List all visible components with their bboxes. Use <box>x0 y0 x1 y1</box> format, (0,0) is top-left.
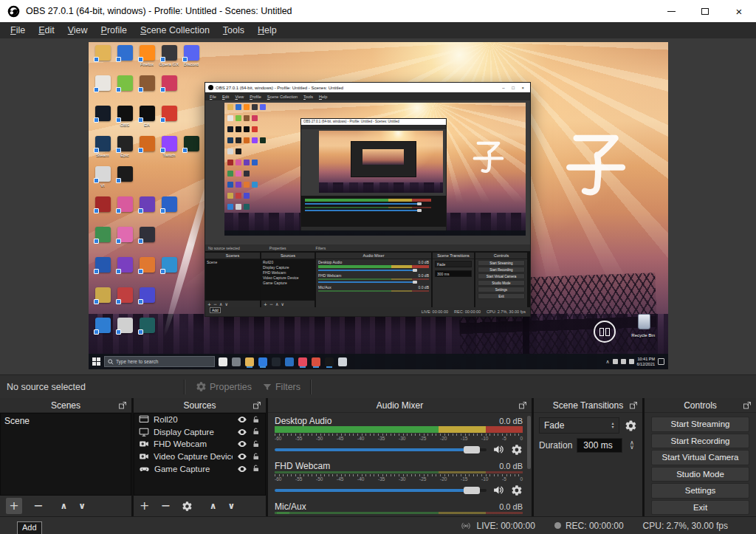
desktop-icon-tile <box>117 227 133 242</box>
meter-tick-label: -45 <box>337 436 343 442</box>
shortcut-badge <box>116 148 121 153</box>
duration-spinbox[interactable]: 300 ms <box>577 438 622 453</box>
preview-canvas[interactable]: Recycle Bin <box>0 38 756 374</box>
source-row[interactable]: Roll20 <box>134 414 265 426</box>
menu-item[interactable]: Scene Collection <box>134 24 216 37</box>
control-button[interactable]: Start Virtual Camera <box>651 450 749 465</box>
shortcut-badge <box>116 57 121 62</box>
scenes-dock-header[interactable]: Scenes <box>0 398 131 413</box>
camera-icon <box>139 451 149 462</box>
desktop-icon <box>114 75 136 106</box>
nested-mixer-dock: Audio Mixer Desktop Audio0.0 dB FHD Webc… <box>316 253 431 307</box>
eye-visible-icon[interactable] <box>237 439 247 449</box>
desktop-icon <box>136 318 158 348</box>
unlock-icon[interactable] <box>252 427 261 437</box>
menu-item[interactable]: Help <box>251 24 284 37</box>
unlock-icon[interactable] <box>252 415 261 425</box>
control-button[interactable]: Exit <box>651 500 749 516</box>
windows-start-icon <box>92 357 100 366</box>
audio-mixer-header[interactable]: Audio Mixer <box>268 398 532 413</box>
speaker-icon[interactable] <box>492 484 505 496</box>
transition-settings-gear-icon[interactable] <box>625 420 637 432</box>
audio-mixer-title: Audio Mixer <box>377 400 423 411</box>
unlock-icon[interactable] <box>252 464 261 473</box>
eye-visible-icon[interactable] <box>237 451 247 462</box>
channel-settings-gear-icon[interactable] <box>511 485 523 496</box>
remove-scene-button[interactable]: − <box>33 500 43 512</box>
nested-scene-item: Scene <box>207 260 217 264</box>
unlock-icon[interactable] <box>252 439 261 449</box>
channel-settings-gear-icon[interactable] <box>511 444 523 456</box>
menu-item[interactable]: Tools <box>216 24 251 37</box>
desktop-icon: Twitch <box>158 136 180 166</box>
shortcut-badge <box>116 299 121 304</box>
nested-sources-title: Sources <box>261 253 315 259</box>
nested-desktop-icon-tile <box>252 104 258 110</box>
meter-tick-label: -5 <box>502 476 506 482</box>
duration-value: 300 ms <box>577 440 622 451</box>
menu-item[interactable]: File <box>4 24 32 37</box>
source-row[interactable]: FHD Webcam <box>134 438 265 451</box>
eye-visible-icon[interactable] <box>237 414 247 425</box>
remove-source-button[interactable]: − <box>160 500 170 512</box>
menu-bar: FileEditViewProfileScene CollectionTools… <box>0 22 756 38</box>
desktop-icon-tile <box>95 318 111 333</box>
source-row[interactable]: Game Capture <box>134 462 265 475</box>
control-button[interactable]: Start Streaming <box>651 417 749 432</box>
nested-control-button: Start Recording <box>478 267 525 273</box>
menu-item[interactable]: Edit <box>32 24 61 37</box>
controls-dock-header[interactable]: Controls <box>645 398 756 413</box>
minimize-button[interactable] <box>654 0 688 22</box>
desktop-icon <box>114 227 136 257</box>
control-button[interactable]: Start Recording <box>651 434 749 449</box>
volume-slider[interactable] <box>275 489 487 492</box>
volume-slider-handle[interactable] <box>464 487 480 494</box>
maximize-button[interactable] <box>688 0 722 22</box>
shortcut-badge <box>138 208 143 213</box>
taskbar-app-icon <box>298 357 307 366</box>
menu-item[interactable]: View <box>61 24 94 37</box>
volume-slider[interactable] <box>275 448 487 451</box>
desktop-icon-label: EA <box>144 123 150 128</box>
control-button[interactable]: Studio Mode <box>651 467 749 482</box>
speaker-icon[interactable] <box>492 443 505 456</box>
control-button[interactable]: Settings <box>651 483 749 499</box>
eye-visible-icon[interactable] <box>237 427 247 437</box>
source-row[interactable]: Display Capture <box>134 426 265 439</box>
source-row[interactable]: Video Capture Device <box>134 451 265 463</box>
sources-dock-header[interactable]: Sources <box>134 398 266 413</box>
source-move-up-button[interactable]: ∧ <box>210 502 217 510</box>
transition-select[interactable]: Fade ▴▾ <box>539 417 619 434</box>
source-properties-button[interactable] <box>182 501 193 512</box>
unlock-icon[interactable] <box>252 452 261 462</box>
volume-slider-handle[interactable] <box>464 446 480 453</box>
scenes-list[interactable]: Scene <box>0 413 131 496</box>
source-label: Roll20 <box>154 415 233 424</box>
filters-button[interactable]: Filters <box>262 382 300 392</box>
notification-center-icon <box>658 358 664 365</box>
transitions-dock-header[interactable]: Scene Transitions <box>534 398 642 413</box>
source-move-down-button[interactable]: ∨ <box>228 502 236 510</box>
taskbar-app-icon <box>285 357 294 366</box>
dock-popout-icon <box>743 401 752 410</box>
duration-stepper[interactable]: ∧∨ <box>627 438 637 453</box>
eye-visible-icon[interactable] <box>237 464 247 474</box>
transition-selected-value: Fade <box>540 420 607 431</box>
close-button[interactable]: × <box>722 0 756 22</box>
add-scene-button[interactable]: + <box>6 498 22 514</box>
nested-desktop-icon-tile <box>252 115 258 121</box>
add-source-button[interactable]: + <box>140 500 149 512</box>
titlebar[interactable]: OBS 27.0.1 (64-bit, windows) - Profile: … <box>0 0 756 22</box>
nested-no-source-text: No source selected <box>208 246 240 250</box>
sources-list[interactable]: Roll20 Display Capture <box>134 413 266 496</box>
scene-item[interactable]: Scene <box>1 414 131 428</box>
nested-desktop-icon <box>226 115 234 126</box>
menu-item[interactable]: Profile <box>94 24 134 37</box>
desktop-icon <box>180 136 202 166</box>
scene-move-down-button[interactable]: ∨ <box>78 502 86 510</box>
properties-button[interactable]: Properties <box>196 381 252 392</box>
audio-mixer-scrollbar[interactable] <box>527 416 531 469</box>
nested-transitions-dock: Scene Transitions Fade 300 ms <box>433 253 474 307</box>
desktop-icon <box>114 45 136 75</box>
scene-move-up-button[interactable]: ∧ <box>60 502 67 510</box>
